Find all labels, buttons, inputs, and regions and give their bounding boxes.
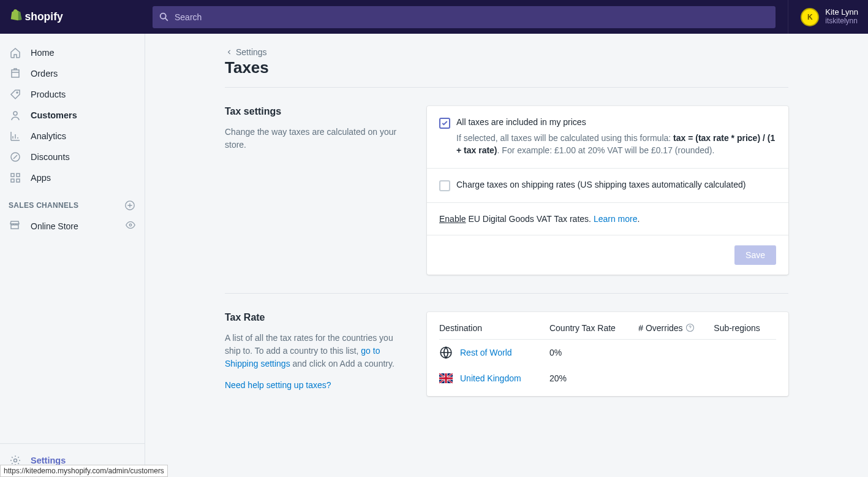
section-heading: Tax settings [225, 106, 409, 117]
sidebar-item-discounts[interactable]: Discounts [0, 147, 145, 167]
sidebar-item-online-store[interactable]: Online Store [0, 215, 145, 237]
sidebar-item-label: Apps [31, 173, 51, 183]
sidebar-item-customers[interactable]: Customers [0, 105, 145, 126]
svg-rect-6 [11, 179, 14, 182]
col-destination: Destination [439, 323, 549, 340]
topbar: shopify K Kite Lynn itskitelynn [0, 0, 868, 34]
sidebar-item-label: Discounts [31, 152, 70, 162]
sidebar-item-label: Customers [31, 110, 77, 120]
view-icon[interactable] [125, 219, 136, 232]
add-channel-icon[interactable] [124, 199, 136, 212]
help-icon[interactable] [685, 323, 695, 332]
customers-icon [9, 109, 22, 122]
sidebar: Home Orders Products Customers Analytics… [0, 34, 145, 477]
checkbox-label: Charge taxes on shipping rates (US shipp… [456, 180, 776, 189]
search-icon [159, 12, 170, 23]
uk-flag-icon [439, 372, 453, 385]
user-name: Kite Lynn [825, 8, 858, 17]
discounts-icon [9, 150, 22, 164]
sidebar-item-label: Home [31, 48, 55, 58]
chevron-left-icon [225, 48, 233, 56]
channel-label: Online Store [31, 221, 78, 231]
table-row: United Kingdom 20% [439, 365, 776, 391]
products-icon [9, 88, 22, 101]
section-heading: Tax Rate [225, 312, 409, 323]
svg-rect-7 [17, 179, 20, 182]
tax-rate-value: 20% [549, 365, 638, 391]
col-subregions: Sub-regions [714, 323, 776, 340]
svg-point-2 [13, 112, 17, 115]
svg-point-9 [129, 224, 132, 226]
svg-rect-5 [17, 174, 20, 177]
tax-rate-value: 0% [549, 339, 638, 365]
save-button[interactable]: Save [734, 245, 776, 265]
sidebar-item-label: Orders [31, 69, 58, 78]
breadcrumb[interactable]: Settings [225, 47, 788, 57]
page-title: Taxes [225, 58, 788, 88]
tax-settings-card: All taxes are included in my prices If s… [427, 106, 788, 275]
col-overrides: # Overrides [638, 323, 714, 340]
checkbox-label: All taxes are included in my prices [456, 117, 776, 127]
sidebar-item-label: Analytics [31, 131, 66, 141]
home-icon [9, 46, 22, 59]
orders-icon [9, 67, 22, 80]
globe-icon [439, 346, 453, 359]
user-subtitle: itskitelynn [825, 17, 858, 26]
checkbox-shipping-taxes[interactable] [439, 180, 450, 191]
col-country-tax: Country Tax Rate [549, 323, 638, 340]
svg-rect-4 [11, 174, 14, 177]
sidebar-item-home[interactable]: Home [0, 42, 145, 63]
analytics-icon [9, 129, 22, 143]
learn-more-link[interactable]: Learn more [594, 214, 638, 224]
svg-point-10 [14, 459, 17, 462]
checkbox-help: If selected, all taxes will be calculate… [456, 132, 776, 157]
apps-icon [9, 171, 22, 185]
search-bar[interactable] [153, 6, 776, 28]
help-link[interactable]: Need help setting up taxes? [225, 380, 409, 390]
main-content: Settings Taxes Tax settings Change the w… [145, 34, 868, 477]
sidebar-item-orders[interactable]: Orders [0, 63, 145, 84]
destination-link[interactable]: United Kingdom [460, 373, 521, 383]
sales-channels-header: SALES CHANNELS [0, 188, 145, 215]
svg-text:shopify: shopify [25, 10, 63, 23]
sidebar-item-label: Products [31, 90, 66, 99]
status-bar-url: https://kitedemo.myshopify.com/admin/cus… [0, 465, 168, 477]
table-row: Rest of World 0% [439, 339, 776, 365]
svg-point-1 [17, 92, 18, 93]
avatar: K [801, 8, 819, 26]
section-desc: A list of all the tax rates for the coun… [225, 332, 409, 370]
shopify-logo[interactable]: shopify [10, 9, 135, 26]
section-desc: Change the way taxes are calculated on y… [225, 126, 409, 151]
destination-link[interactable]: Rest of World [460, 348, 512, 357]
store-icon [9, 219, 22, 233]
sidebar-item-analytics[interactable]: Analytics [0, 126, 145, 147]
sidebar-item-products[interactable]: Products [0, 84, 145, 105]
search-input[interactable] [175, 6, 769, 28]
checkbox-taxes-included[interactable] [439, 118, 450, 129]
enable-link[interactable]: Enable [439, 214, 466, 224]
user-menu[interactable]: K Kite Lynn itskitelynn [788, 0, 858, 34]
tax-rate-card: Destination Country Tax Rate # Overrides… [427, 312, 788, 396]
eu-vat-row: Enable EU Digital Goods VAT Tax rates. L… [439, 214, 776, 224]
sidebar-item-apps[interactable]: Apps [0, 167, 145, 188]
